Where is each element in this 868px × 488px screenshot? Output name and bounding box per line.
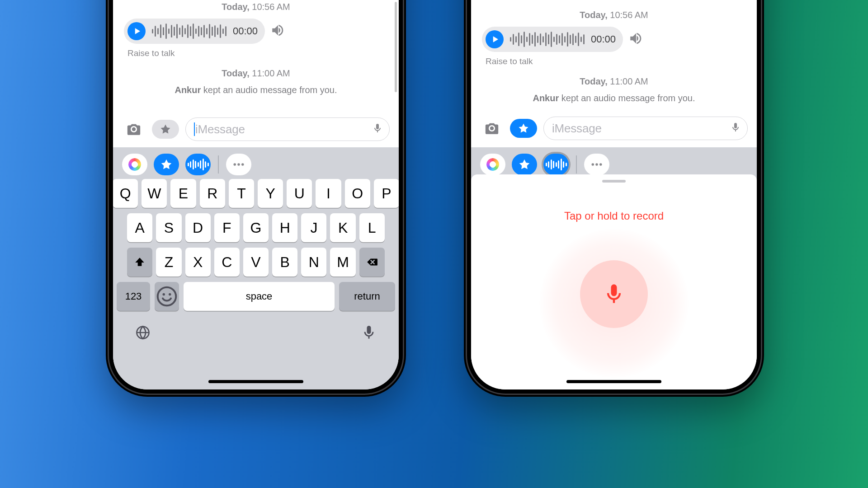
dictation-button[interactable]	[730, 122, 741, 135]
app-more[interactable]	[226, 154, 251, 175]
message-input[interactable]: iMessage	[185, 117, 390, 141]
key-q[interactable]: Q	[113, 179, 138, 208]
apps-button[interactable]	[152, 120, 179, 139]
backspace-key[interactable]	[359, 248, 385, 277]
key-t[interactable]: T	[229, 179, 254, 208]
app-photos[interactable]	[122, 154, 147, 175]
key-r[interactable]: R	[200, 179, 225, 208]
emoji-key[interactable]	[155, 282, 179, 311]
key-n[interactable]: N	[301, 248, 326, 277]
more-icon	[590, 158, 604, 171]
key-l[interactable]: L	[359, 213, 385, 242]
play-icon	[491, 35, 500, 43]
play-button[interactable]	[486, 30, 504, 48]
key-h[interactable]: H	[272, 213, 297, 242]
placeholder: iMessage	[552, 122, 730, 136]
space-key[interactable]: space	[184, 282, 335, 311]
speaker-icon	[270, 23, 286, 38]
key-e[interactable]: E	[170, 179, 196, 208]
appstore-icon	[517, 122, 530, 135]
shift-key[interactable]	[127, 248, 152, 277]
key-a[interactable]: A	[127, 213, 152, 242]
timestamp: Today, 10:56 AM	[482, 10, 746, 20]
key-z[interactable]: Z	[156, 248, 181, 277]
keyboard: QWERTYUIOP ASDFGHJKL ZXCVBNM 123 space r…	[113, 175, 399, 389]
audio-message: 00:00	[124, 19, 388, 44]
conversation: Today, 10:56 AM 00:00 Raise to talk Toda…	[471, 10, 757, 103]
audio-bubble[interactable]: 00:00	[482, 27, 623, 52]
home-indicator[interactable]	[566, 380, 661, 383]
camera-button[interactable]	[122, 120, 146, 139]
shift-icon	[134, 256, 146, 268]
audio-message: 00:00	[482, 27, 746, 52]
audio-bubble[interactable]: 00:00	[124, 19, 265, 44]
dictation-button[interactable]	[361, 324, 377, 343]
mic-icon	[361, 324, 377, 341]
key-o[interactable]: O	[345, 179, 370, 208]
appstore-icon	[160, 158, 173, 171]
screen-right: Today, 10:56 AM 00:00 Raise to talk Toda…	[471, 0, 757, 389]
key-f[interactable]: F	[214, 213, 240, 242]
camera-button[interactable]	[480, 119, 504, 138]
record-hint: Tap or hold to record	[471, 210, 757, 222]
wave-icon	[188, 159, 209, 170]
numeric-key[interactable]: 123	[117, 282, 150, 311]
scroll-indicator[interactable]	[395, 2, 397, 92]
key-y[interactable]: Y	[258, 179, 283, 208]
globe-button[interactable]	[135, 324, 151, 343]
key-p[interactable]: P	[374, 179, 399, 208]
screen-left: Today, 10:56 AM 00:00 Raise to talk Toda…	[113, 0, 399, 389]
key-s[interactable]: S	[156, 213, 181, 242]
key-row-4: 123 space return	[117, 282, 395, 311]
audio-duration: 00:00	[591, 33, 616, 45]
apps-button[interactable]	[510, 119, 537, 138]
emoji-icon	[155, 284, 179, 309]
dictation-button[interactable]	[372, 123, 383, 136]
app-store[interactable]	[512, 154, 537, 175]
speaker-button[interactable]	[628, 31, 644, 48]
photos-icon	[486, 158, 499, 171]
app-store[interactable]	[154, 154, 179, 175]
mic-icon	[372, 123, 383, 134]
phone-right: Today, 10:56 AM 00:00 Raise to talk Toda…	[464, 0, 764, 397]
key-x[interactable]: X	[185, 248, 211, 277]
app-audio[interactable]	[543, 154, 569, 175]
photos-icon	[128, 158, 141, 171]
key-b[interactable]: B	[272, 248, 297, 277]
key-u[interactable]: U	[287, 179, 312, 208]
conversation: Today, 10:56 AM 00:00 Raise to talk Toda…	[113, 2, 399, 95]
key-c[interactable]: C	[214, 248, 240, 277]
grabber[interactable]	[602, 180, 626, 183]
status-line: Ankur kept an audio message from you.	[124, 85, 388, 95]
app-audio[interactable]	[185, 154, 211, 175]
raise-hint: Raise to talk	[127, 48, 388, 58]
key-i[interactable]: I	[316, 179, 341, 208]
key-k[interactable]: K	[330, 213, 355, 242]
home-indicator[interactable]	[208, 380, 303, 383]
timestamp: Today, 11:00 AM	[482, 76, 746, 87]
key-v[interactable]: V	[243, 248, 269, 277]
placeholder: iMessage	[194, 122, 372, 136]
app-more[interactable]	[584, 154, 609, 175]
message-input[interactable]: iMessage	[543, 117, 748, 140]
return-key[interactable]: return	[339, 282, 395, 311]
key-row-3: ZXCVBNM	[117, 248, 395, 277]
app-photos[interactable]	[480, 154, 505, 175]
camera-icon	[484, 121, 500, 136]
play-button[interactable]	[127, 22, 146, 40]
key-j[interactable]: J	[301, 213, 326, 242]
waveform	[510, 30, 585, 48]
more-icon	[232, 158, 245, 171]
key-w[interactable]: W	[142, 179, 167, 208]
svg-point-2	[241, 163, 244, 166]
key-d[interactable]: D	[185, 213, 211, 242]
speaker-button[interactable]	[270, 23, 286, 40]
record-panel: Tap or hold to record	[471, 174, 757, 389]
waveform	[152, 22, 226, 40]
key-g[interactable]: G	[243, 213, 269, 242]
key-m[interactable]: M	[330, 248, 355, 277]
backspace-icon	[366, 256, 378, 268]
mic-icon	[602, 282, 626, 306]
record-button[interactable]	[580, 260, 648, 328]
compose-row: iMessage	[480, 117, 748, 140]
